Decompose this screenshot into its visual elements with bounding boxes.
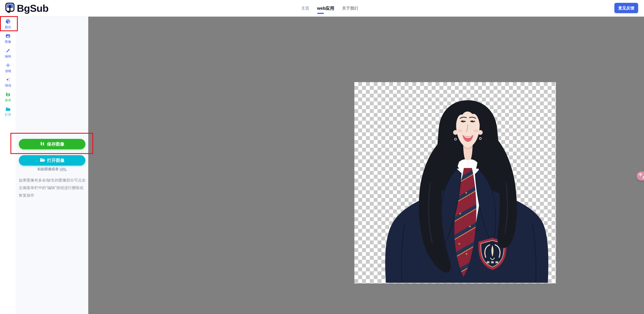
feedback-button[interactable]: 意见反馈 [614, 3, 638, 13]
save-icon [40, 141, 45, 147]
main-nav: 主页 web应用 关于我们 [301, 0, 358, 16]
tool-enhance-label: 增强 [5, 84, 11, 87]
paste-hint: 粘贴图像或者 URL [16, 167, 88, 171]
image-icon [6, 33, 10, 39]
save-icon [6, 92, 10, 98]
pencil-icon [6, 48, 10, 54]
portrait-graphic [354, 82, 556, 284]
tool-save-label: 保存 [5, 99, 11, 102]
tool-edit-label: 编辑 [5, 55, 11, 58]
translate-en-glyph: A [642, 175, 644, 180]
cutout-image[interactable] [354, 82, 556, 284]
tool-enhance[interactable]: 增强 [0, 75, 16, 89]
tool-filter[interactable]: 滤镜 [0, 60, 16, 75]
tool-open-label: 打开 [5, 113, 11, 116]
header: BgSub 主页 web应用 关于我们 意见反馈 [0, 0, 644, 17]
tool-filter-label: 滤镜 [5, 69, 11, 72]
bgsub-app: BgSub 主页 web应用 关于我们 意见反馈 [0, 0, 644, 314]
logo[interactable]: BgSub [5, 0, 48, 16]
open-folder-icon [6, 106, 10, 112]
paste-url-link[interactable]: URL [60, 167, 67, 171]
nav-webapp[interactable]: web应用 [317, 5, 334, 11]
tool-image[interactable]: 图像 [0, 31, 16, 46]
bgsub-logo-icon [5, 2, 15, 14]
palette-icon [6, 19, 10, 25]
save-image-button[interactable]: 保存图像 [19, 139, 86, 149]
tool-edit[interactable]: 编辑 [0, 46, 16, 60]
edit-tip-text: 如果图像有多余/缺失的图像部分可点击左侧菜单栏中的"编辑"按钮进行擦除或恢复操作 [19, 176, 87, 199]
open-image-label: 打开图像 [47, 158, 64, 163]
tool-save[interactable]: 保存 [0, 89, 16, 104]
save-image-label: 保存图像 [47, 141, 64, 147]
sparkles-icon [6, 77, 10, 83]
nav-home[interactable]: 主页 [301, 5, 309, 11]
tool-strip: 颜色 图像 编辑 [0, 16, 16, 314]
tool-image-label: 图像 [5, 40, 11, 43]
editor-canvas [88, 16, 644, 314]
logo-text: BgSub [17, 2, 48, 14]
tool-color[interactable]: 颜色 [0, 16, 16, 31]
active-tab-underline [317, 13, 324, 14]
translate-zh-glyph: 中 [639, 172, 642, 177]
tool-color-label: 颜色 [5, 25, 11, 29]
tool-open[interactable]: 打开 [0, 104, 16, 119]
open-image-button[interactable]: 打开图像 [19, 155, 86, 166]
open-folder-icon [40, 157, 45, 164]
nav-about[interactable]: 关于我们 [342, 5, 358, 11]
filter-dots-icon [6, 63, 10, 68]
